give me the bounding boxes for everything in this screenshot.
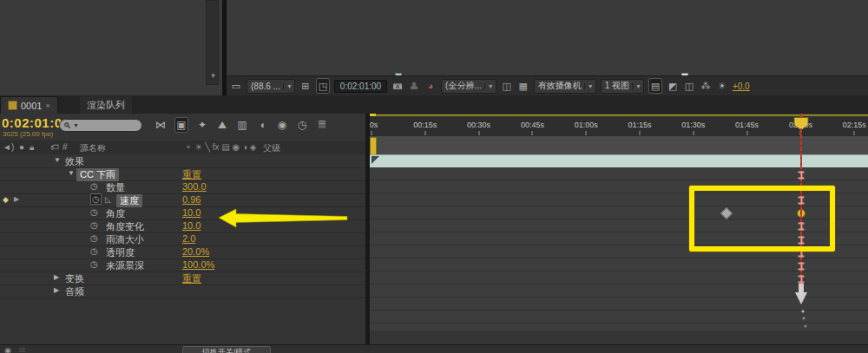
- twirl-icon[interactable]: ▶: [54, 273, 59, 281]
- stopwatch-icon[interactable]: ◷: [90, 233, 98, 243]
- ruler-tick-label: 00:30s: [467, 121, 490, 129]
- time-ruler[interactable]: 00s00:15s00:30s00:45s01:00s01:15s01:30s0…: [370, 116, 868, 137]
- mini-flowchart-icon[interactable]: ⋈: [155, 118, 167, 132]
- property-row-雨滴大小[interactable]: ◷雨滴大小2.0: [0, 232, 365, 246]
- share-view-icon[interactable]: ◩: [667, 79, 679, 93]
- property-label[interactable]: 音频: [65, 285, 84, 298]
- stopwatch-icon[interactable]: ◷: [90, 207, 98, 217]
- ruler-tick-mark: [532, 131, 533, 135]
- live-update-icon[interactable]: ▣: [174, 117, 188, 133]
- property-row-角度[interactable]: ◷角度10.0: [0, 206, 365, 220]
- cti-row-mark: [799, 172, 805, 180]
- mask-visibility-icon[interactable]: ◳: [316, 78, 330, 94]
- parent-column[interactable]: 父级: [263, 142, 280, 154]
- expand-icon[interactable]: ◉: [4, 346, 11, 353]
- property-label[interactable]: 来源景深: [106, 259, 144, 272]
- property-label[interactable]: 角度: [106, 207, 125, 220]
- next-keyframe-icon[interactable]: ▶: [14, 195, 19, 203]
- magnification-icon[interactable]: ▭: [230, 79, 242, 93]
- property-value[interactable]: 300.0: [182, 181, 207, 192]
- lock-column-icon: 🔒︎: [30, 142, 34, 153]
- property-value[interactable]: 10.0: [182, 207, 201, 218]
- tab-close-icon[interactable]: ×: [45, 101, 49, 110]
- twirl-icon[interactable]: ▼: [54, 156, 61, 164]
- work-area-band[interactable]: [370, 136, 868, 155]
- safe-margins-icon[interactable]: ⊞: [299, 79, 312, 93]
- property-row-来源景深[interactable]: ◷来源景深100.0%: [0, 258, 365, 272]
- property-row-变换[interactable]: ▶变换重置: [0, 271, 365, 285]
- property-value[interactable]: 100.0%: [182, 259, 214, 270]
- tab-label: 0001: [21, 101, 42, 111]
- composition-image[interactable]: [398, 0, 868, 75]
- zoom-dropdown[interactable]: (88.6 ...▼: [247, 79, 295, 94]
- video-column-icon: ●: [19, 142, 24, 152]
- show-snapshot-icon[interactable]: 👤︎: [408, 79, 420, 93]
- property-row-角度变化[interactable]: ◷角度变化10.0: [0, 219, 365, 233]
- after-effects-window: ▼ ▭ (88.6 ...▼ ⊞ ◳ 0:02:01:00 📷︎ 👤︎ ◕ (全…: [0, 0, 868, 353]
- stopwatch-icon[interactable]: ◷: [90, 246, 98, 256]
- velocity-graph-icon: ◺: [105, 195, 111, 204]
- property-label[interactable]: 雨滴大小: [106, 233, 144, 246]
- brainstorm-icon[interactable]: ◉: [276, 118, 288, 132]
- source-name-column[interactable]: 源名称: [80, 142, 106, 154]
- search-input[interactable]: 🔍︎▼: [59, 119, 142, 132]
- twirl-icon[interactable]: ▶: [54, 286, 59, 294]
- preview-timecode[interactable]: 0:02:01:00: [334, 80, 387, 93]
- twirl-icon[interactable]: ▼: [68, 169, 75, 177]
- graph-icon[interactable]: 𝄙: [19, 346, 25, 353]
- resolution-dropdown[interactable]: (全分辨...▼: [441, 79, 496, 94]
- stopwatch-icon[interactable]: ◷: [90, 193, 102, 205]
- toggle-switches-modes-button[interactable]: 切换开关/模式: [182, 346, 271, 353]
- region-of-interest-icon[interactable]: ◫: [501, 79, 513, 93]
- property-label[interactable]: 数量: [106, 181, 125, 194]
- property-value[interactable]: 重置: [182, 272, 201, 285]
- pixel-aspect-icon[interactable]: ◫: [683, 79, 695, 93]
- property-value[interactable]: 10.0: [182, 220, 201, 231]
- property-label[interactable]: 效果: [65, 155, 84, 168]
- motion-blur-icon[interactable]: ◖: [256, 118, 268, 132]
- property-value[interactable]: 2.0: [182, 233, 195, 244]
- flowchart-icon[interactable]: ⁂: [700, 79, 712, 93]
- property-row-CC 下雨[interactable]: ▼CC 下雨重置: [0, 167, 365, 181]
- show-channels-icon[interactable]: ◕: [424, 79, 437, 93]
- keyframe-navigator-icon[interactable]: ◆: [3, 195, 9, 204]
- cti-row-mark: [799, 276, 805, 284]
- stopwatch-icon[interactable]: ◷: [90, 259, 98, 269]
- camera-view-dropdown[interactable]: 有效摄像机▼: [534, 79, 596, 94]
- stopwatch-icon[interactable]: ◷: [90, 181, 98, 191]
- property-value[interactable]: 20.0%: [182, 246, 209, 257]
- hide-shy-layers-icon[interactable]: ⛰︎: [216, 118, 228, 132]
- property-label[interactable]: 速度: [116, 194, 142, 207]
- property-row-数量[interactable]: ◷数量300.0: [0, 180, 365, 194]
- draft-3d-icon[interactable]: ✦: [196, 118, 208, 132]
- layer-duration-bar[interactable]: [370, 154, 868, 168]
- stopwatch-icon[interactable]: ◷: [90, 220, 98, 230]
- property-label[interactable]: 角度变化: [106, 220, 144, 233]
- ruler-tick-mark: [746, 131, 747, 135]
- auto-keyframe-icon[interactable]: ◷: [296, 118, 308, 132]
- property-row-效果[interactable]: ▼效果: [0, 154, 365, 168]
- exposure-value[interactable]: +0.0: [733, 82, 750, 91]
- column-header-row: ◄) ● 🔒︎ 🏷︎ # 源名称 ⚬ ☀ ╲ fx ▤ ◉ ◑ ◈ 父级: [0, 141, 365, 155]
- property-value[interactable]: 0.96: [182, 194, 201, 205]
- view-layout-icon[interactable]: ▤: [648, 78, 662, 94]
- snapshot-camera-icon[interactable]: 📷︎: [391, 79, 404, 93]
- property-row-速度[interactable]: ◆▶◷◺速度0.96: [0, 193, 365, 207]
- property-label[interactable]: CC 下雨: [76, 168, 119, 181]
- property-row-透明度[interactable]: ◷透明度20.0%: [0, 245, 365, 259]
- property-rows: ▼效果▼CC 下雨重置◷数量300.0◆▶◷◺速度0.96◷角度10.0◷角度变…: [0, 154, 365, 353]
- work-area-start-bracket[interactable]: [370, 137, 377, 155]
- view-layout-dropdown[interactable]: 1 视图▼: [601, 79, 644, 94]
- tab-comp-0001[interactable]: 0001 ×: [0, 96, 58, 114]
- tab-render-queue[interactable]: 渲染队列: [80, 96, 132, 114]
- property-label[interactable]: 透明度: [106, 246, 135, 259]
- transparency-grid-icon[interactable]: ▦: [517, 79, 529, 93]
- property-row-音频[interactable]: ▶音频: [0, 284, 365, 298]
- property-label[interactable]: 变换: [65, 272, 84, 285]
- graph-editor-icon[interactable]: 𝄜: [316, 118, 328, 132]
- frame-blending-icon[interactable]: ▥: [236, 118, 248, 132]
- property-value[interactable]: 重置: [182, 168, 201, 181]
- tab-label: 渲染队列: [87, 99, 125, 112]
- fast-previews-icon[interactable]: ☀: [716, 79, 728, 93]
- scrollbar-down-arrow-icon[interactable]: ▼: [208, 71, 218, 82]
